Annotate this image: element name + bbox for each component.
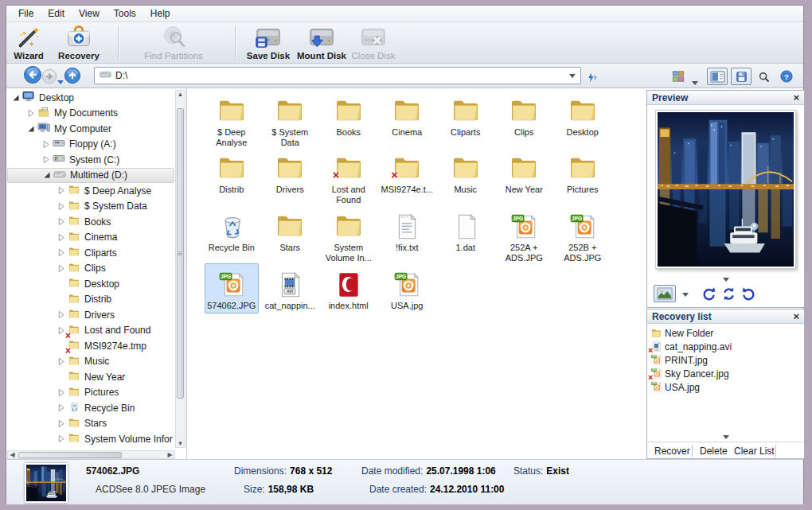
file-item-distrib[interactable]: Distrib bbox=[205, 147, 259, 207]
tree-caret-icon[interactable] bbox=[57, 357, 68, 366]
preview-panel-toggle[interactable] bbox=[707, 68, 728, 85]
tree-caret-icon[interactable] bbox=[57, 310, 68, 319]
rotate-left-icon[interactable] bbox=[700, 285, 719, 302]
back-button[interactable] bbox=[23, 66, 42, 84]
file-item-lost-and-found[interactable]: ×Lost and Found bbox=[322, 147, 376, 207]
scroll-left-icon[interactable]: ◀ bbox=[8, 451, 17, 458]
tree-caret-icon[interactable] bbox=[57, 248, 68, 257]
recovery-button[interactable]: Recovery bbox=[53, 24, 105, 62]
menu-item-tools[interactable]: Tools bbox=[107, 6, 143, 21]
file-item-music[interactable]: Music bbox=[439, 147, 493, 207]
preview-mode-button[interactable] bbox=[654, 285, 676, 302]
help-icon[interactable]: ? bbox=[780, 68, 793, 85]
tree-item-lost-and-found[interactable]: ×Lost and Found bbox=[7, 323, 174, 339]
file-item-msi9274e-t-[interactable]: ×MSI9274e.t... bbox=[380, 147, 434, 207]
tree-item-distrib[interactable]: Distrib bbox=[7, 292, 174, 308]
tree-item-recycle-bin[interactable]: Recycle Bin bbox=[7, 400, 174, 416]
close-disk-button[interactable]: Close Disk bbox=[346, 24, 400, 62]
tree-item--system-data[interactable]: $ System Data bbox=[7, 199, 174, 215]
scroll-up-icon[interactable]: ▲ bbox=[176, 91, 185, 98]
tree-item-cinema[interactable]: Cinema bbox=[7, 230, 174, 246]
save-disk-button[interactable]: Save Disk bbox=[241, 24, 295, 62]
close-icon[interactable]: × bbox=[793, 312, 799, 321]
find-partitions-button[interactable]: Find Partitions bbox=[120, 24, 227, 62]
file-item--deep-analyse[interactable]: $ Deep Analyse bbox=[205, 90, 259, 150]
menu-item-view[interactable]: View bbox=[72, 6, 107, 21]
file-item-pictures[interactable]: Pictures bbox=[556, 147, 610, 207]
file-item-new-year[interactable]: New Year bbox=[497, 147, 551, 207]
tree-item-cliparts[interactable]: Cliparts bbox=[7, 245, 174, 261]
tree-caret-icon[interactable] bbox=[27, 125, 37, 133]
file-item-desktop[interactable]: Desktop bbox=[556, 90, 610, 150]
tree-item-my-computer[interactable]: My Computer bbox=[7, 121, 174, 137]
menu-item-help[interactable]: Help bbox=[143, 6, 178, 21]
tree-caret-icon[interactable] bbox=[57, 434, 68, 443]
file-item-books[interactable]: Books bbox=[322, 90, 376, 150]
file-item-usa-jpg[interactable]: JPGUSA.jpg bbox=[380, 263, 434, 313]
file-item--fix-txt[interactable]: !fix.txt bbox=[380, 205, 434, 265]
tree-item-desktop[interactable]: Desktop bbox=[7, 90, 174, 106]
recovery-item-cat-napping-avi[interactable]: AVI×cat_napping.avi bbox=[647, 340, 804, 353]
file-item-252b-ads-jpg[interactable]: JPG252B + ADS.JPG bbox=[556, 205, 610, 265]
tree-caret-icon[interactable] bbox=[27, 109, 37, 118]
address-dropdown-icon[interactable] bbox=[569, 74, 576, 78]
refresh-rotate-icon[interactable] bbox=[719, 285, 738, 302]
file-item-cliparts[interactable]: Cliparts bbox=[439, 90, 493, 150]
wizard-button[interactable]: Wizard bbox=[6, 24, 51, 62]
search-icon[interactable] bbox=[758, 68, 770, 85]
file-item-system-volume-in-[interactable]: System Volume In... bbox=[322, 205, 376, 265]
tree-vscroll-thumb[interactable]: ☰ bbox=[177, 108, 184, 399]
tree-caret-icon[interactable] bbox=[57, 419, 68, 428]
clear-list-button[interactable]: Clear List bbox=[731, 444, 778, 458]
tree-item-system-c-[interactable]: System (C:) bbox=[7, 152, 174, 168]
tree-item--deep-analyse[interactable]: $ Deep Analyse bbox=[7, 183, 174, 199]
tree-item-clips[interactable]: Clips bbox=[7, 261, 174, 277]
tree-item-music[interactable]: Music bbox=[7, 354, 174, 370]
address-bar[interactable]: D:\ bbox=[94, 67, 581, 84]
tree-caret-icon[interactable] bbox=[42, 155, 53, 164]
splitter-handle-icon[interactable] bbox=[723, 430, 729, 442]
tree-item-system-volume-infor[interactable]: System Volume Infor bbox=[7, 431, 174, 447]
tree-item-books[interactable]: Books bbox=[7, 214, 174, 230]
recovery-item-usa-jpg[interactable]: JPGUSA.jpg bbox=[647, 380, 804, 394]
menu-item-file[interactable]: File bbox=[11, 6, 41, 21]
file-item-drivers[interactable]: Drivers bbox=[263, 147, 317, 207]
recover-button[interactable]: Recover bbox=[651, 444, 693, 458]
tree-caret-icon[interactable] bbox=[57, 403, 68, 412]
tree-caret-icon[interactable] bbox=[12, 94, 22, 102]
recovery-item-sky-dancer-jpg[interactable]: JPG×Sky Dancer.jpg bbox=[647, 367, 804, 380]
file-item-recycle-bin[interactable]: Recycle Bin bbox=[205, 205, 259, 265]
file-item-index-html[interactable]: index.html bbox=[322, 263, 376, 313]
tree-caret-icon[interactable] bbox=[42, 140, 53, 149]
scroll-right-icon[interactable]: ▶ bbox=[166, 451, 174, 458]
file-item-clips[interactable]: Clips bbox=[497, 90, 551, 150]
tree-caret-icon[interactable] bbox=[43, 171, 53, 179]
tree-caret-icon[interactable] bbox=[57, 264, 68, 273]
tree-horizontal-scrollbar[interactable]: ◀▶ bbox=[7, 450, 175, 459]
tree-caret-icon[interactable] bbox=[57, 217, 68, 226]
recovery-item-new-folder[interactable]: New Folder bbox=[647, 326, 804, 340]
recovery-item-print-jpg[interactable]: JPGPRINT.jpg bbox=[647, 353, 804, 367]
tree-caret-icon[interactable] bbox=[57, 233, 68, 242]
file-item-252a-ads-jpg[interactable]: JPG252A + ADS.JPG bbox=[497, 205, 551, 265]
tree-item-msi9274e-tmp[interactable]: ×MSI9274e.tmp bbox=[7, 338, 174, 354]
file-item-1-dat[interactable]: 1.dat bbox=[439, 205, 493, 265]
tree-item-desktop[interactable]: Desktop bbox=[7, 276, 174, 292]
tree-caret-icon[interactable] bbox=[57, 202, 68, 211]
menu-item-edit[interactable]: Edit bbox=[41, 6, 72, 21]
forward-button[interactable] bbox=[41, 68, 57, 85]
preview-mode-dropdown-icon[interactable] bbox=[682, 288, 689, 299]
file-item-stars[interactable]: Stars bbox=[263, 205, 317, 265]
up-button[interactable] bbox=[64, 67, 81, 84]
tree-vertical-scrollbar[interactable]: ▲☰▼ bbox=[175, 90, 185, 448]
mount-disk-button[interactable]: Mount Disk bbox=[291, 24, 352, 62]
tree-item-floppy-a-[interactable]: Floppy (A:) bbox=[7, 137, 174, 153]
file-item--system-data[interactable]: $ System Data bbox=[263, 90, 317, 150]
refresh-icon[interactable] bbox=[586, 68, 598, 86]
tree-item-stars[interactable]: Stars bbox=[7, 416, 174, 432]
file-item-cinema[interactable]: Cinema bbox=[380, 90, 434, 150]
scroll-down-icon[interactable]: ▼ bbox=[176, 440, 185, 447]
tree-item-drivers[interactable]: Drivers bbox=[7, 307, 174, 323]
rotate-right-icon[interactable] bbox=[738, 285, 757, 302]
file-item-cat-nappin-[interactable]: AVIcat_nappin... bbox=[263, 263, 317, 313]
